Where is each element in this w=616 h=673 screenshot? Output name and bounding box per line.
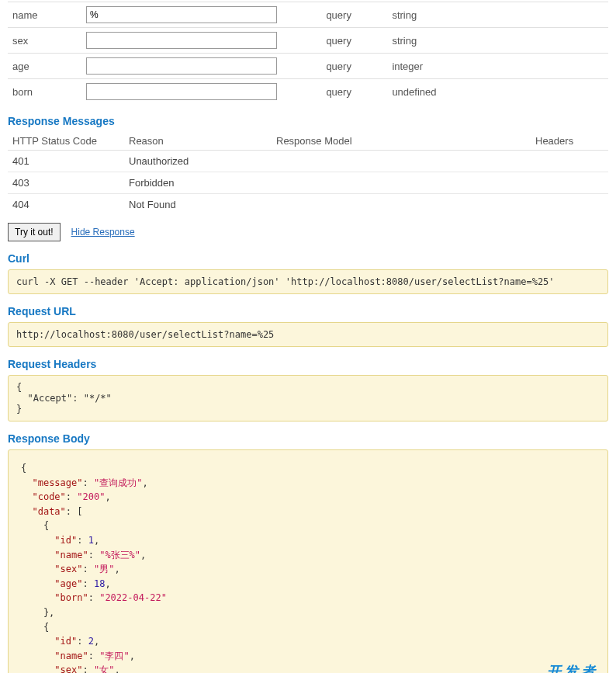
param-blank <box>283 54 321 79</box>
response-body-content[interactable]: { "message": "查询成功", "code": "200", "dat… <box>9 450 607 673</box>
param-table: namequerystringsexquerystringagequeryint… <box>8 2 608 104</box>
param-blank <box>283 79 321 105</box>
request-url-box: http://localhost:8080/user/selectList?na… <box>8 322 608 347</box>
resp-code: 403 <box>8 172 124 194</box>
resp-header-reason: Reason <box>124 132 272 151</box>
resp-header-headers: Headers <box>531 132 608 151</box>
resp-code: 401 <box>8 151 124 172</box>
hide-response-link[interactable]: Hide Response <box>71 227 135 238</box>
resp-model <box>272 151 531 172</box>
response-message-row: 404Not Found <box>8 194 608 216</box>
resp-reason: Forbidden <box>124 172 272 194</box>
resp-headers <box>531 151 608 172</box>
resp-header-code: HTTP Status Code <box>8 132 124 151</box>
param-row: namequerystring <box>8 2 608 28</box>
response-message-row: 401Unauthorized <box>8 151 608 172</box>
param-input-born[interactable] <box>86 83 277 100</box>
param-name: age <box>8 54 81 79</box>
param-datatype: undefined <box>387 79 608 105</box>
param-paramtype: query <box>321 28 387 54</box>
resp-headers <box>531 194 608 216</box>
param-blank <box>283 28 321 54</box>
param-blank <box>283 2 321 28</box>
resp-reason: Not Found <box>124 194 272 216</box>
request-url-title: Request URL <box>8 305 608 317</box>
param-datatype: integer <box>387 54 608 79</box>
response-body-wrap: { "message": "查询成功", "code": "200", "dat… <box>8 449 608 673</box>
param-input-name[interactable] <box>86 6 277 23</box>
param-datatype: string <box>387 28 608 54</box>
param-paramtype: query <box>321 54 387 79</box>
param-datatype: string <box>387 2 608 28</box>
param-row: agequeryinteger <box>8 54 608 79</box>
param-row: bornqueryundefined <box>8 79 608 105</box>
param-paramtype: query <box>321 79 387 105</box>
try-it-out-button[interactable]: Try it out! <box>8 223 61 241</box>
param-name: born <box>8 79 81 105</box>
curl-box: curl -X GET --header 'Accept: applicatio… <box>8 269 608 294</box>
request-headers-title: Request Headers <box>8 358 608 370</box>
param-row: sexquerystring <box>8 28 608 54</box>
request-headers-box: { "Accept": "*/*" } <box>8 375 608 421</box>
param-paramtype: query <box>321 2 387 28</box>
param-name: name <box>8 2 81 28</box>
resp-code: 404 <box>8 194 124 216</box>
response-message-row: 403Forbidden <box>8 172 608 194</box>
actions-row: Try it out! Hide Response <box>8 223 608 241</box>
resp-model <box>272 172 531 194</box>
resp-header-model: Response Model <box>272 132 531 151</box>
resp-reason: Unauthorized <box>124 151 272 172</box>
response-messages-title: Response Messages <box>8 115 608 127</box>
param-input-age[interactable] <box>86 57 277 75</box>
param-input-sex[interactable] <box>86 32 277 49</box>
response-body-title: Response Body <box>8 432 608 445</box>
curl-title: Curl <box>8 252 608 265</box>
resp-model <box>272 194 531 216</box>
param-name: sex <box>8 28 81 54</box>
resp-headers <box>531 172 608 194</box>
response-messages-table: HTTP Status Code Reason Response Model H… <box>8 132 608 215</box>
